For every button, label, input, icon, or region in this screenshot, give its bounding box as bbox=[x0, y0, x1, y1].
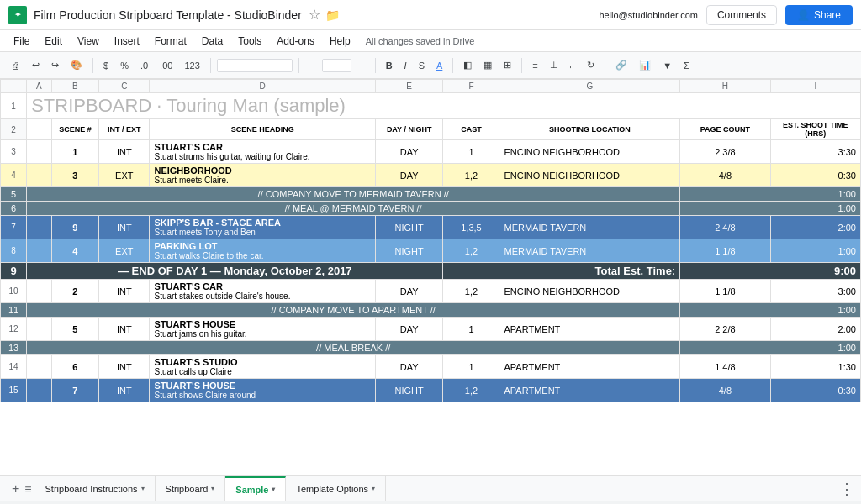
filter-btn[interactable]: ▼ bbox=[658, 59, 676, 72]
int-ext-cell: INT bbox=[99, 216, 150, 239]
align-btn[interactable]: ≡ bbox=[528, 59, 541, 72]
font-selector[interactable]: Open Sans bbox=[217, 59, 293, 72]
print-btn[interactable]: 🖨 bbox=[7, 59, 24, 72]
col-c[interactable]: C bbox=[99, 80, 150, 93]
location-cell: APARTMENT bbox=[499, 355, 680, 379]
menu-item-data[interactable]: Data bbox=[195, 34, 230, 49]
title-icons: ☆ 📁 bbox=[309, 7, 340, 23]
row-num-3: 3 bbox=[1, 140, 27, 164]
link-btn[interactable]: 🔗 bbox=[611, 58, 631, 72]
total-time: 9:00 bbox=[680, 263, 861, 280]
menu-item-view[interactable]: View bbox=[71, 34, 106, 49]
fill-color-btn[interactable]: ◧ bbox=[459, 58, 476, 72]
add-sheet-button[interactable]: + bbox=[7, 481, 24, 496]
cast-cell: 1 bbox=[443, 140, 499, 164]
strike-btn[interactable]: S bbox=[415, 59, 429, 72]
autosave-text: All changes saved in Drive bbox=[366, 36, 475, 46]
title-row: 1 STRIPBOARD · Touring Man (sample) bbox=[1, 93, 861, 119]
font-size-input[interactable]: 9 bbox=[322, 59, 351, 72]
location-cell: MERMAID TAVERN bbox=[499, 216, 680, 239]
chart-btn[interactable]: 📊 bbox=[635, 58, 655, 72]
menu-item-tools[interactable]: Tools bbox=[231, 34, 268, 49]
tab-arrow: ▾ bbox=[372, 485, 375, 492]
menu-item-format[interactable]: Format bbox=[148, 34, 193, 49]
sep1 bbox=[92, 58, 93, 73]
col-i[interactable]: I bbox=[770, 80, 860, 93]
merge-btn[interactable]: ⊞ bbox=[499, 58, 515, 72]
spreadsheet: A B C D E F G H I 1 STRIPBOARD · Touring… bbox=[0, 79, 861, 475]
formula-btn[interactable]: Σ bbox=[679, 59, 694, 72]
share-button[interactable]: 👤 Share bbox=[785, 5, 853, 25]
col-f[interactable]: F bbox=[443, 80, 499, 93]
day-night-cell: DAY bbox=[375, 280, 443, 303]
title-bar: ✦ Film Production Stripboard Template - … bbox=[0, 0, 861, 30]
dec-font-btn[interactable]: − bbox=[305, 59, 319, 72]
menu-item-help[interactable]: Help bbox=[323, 34, 357, 49]
est-time: 1:00 bbox=[680, 341, 861, 355]
sheets-list-icon[interactable]: ≡ bbox=[24, 482, 31, 496]
inc-btn[interactable]: .00 bbox=[156, 59, 177, 72]
title-cell: STRIPBOARD · Touring Man (sample) bbox=[27, 93, 861, 119]
col-e[interactable]: E bbox=[375, 80, 443, 93]
inc-font-btn[interactable]: + bbox=[355, 59, 368, 72]
valign-btn[interactable]: ⊥ bbox=[546, 58, 563, 72]
page-count-cell: 4/8 bbox=[680, 379, 770, 402]
col-d[interactable]: D bbox=[150, 80, 375, 93]
scene-heading-cell: STUART'S CARStuart stakes outside Claire… bbox=[150, 280, 375, 303]
rotate-btn[interactable]: ↻ bbox=[583, 58, 599, 72]
est-time-cell: 1:30 bbox=[770, 355, 860, 379]
menu-item-add-ons[interactable]: Add-ons bbox=[270, 34, 321, 49]
folder-icon[interactable]: 📁 bbox=[325, 8, 340, 22]
menu-item-file[interactable]: File bbox=[7, 34, 36, 49]
est-time-cell: 2:00 bbox=[770, 216, 860, 239]
int-ext-cell: INT bbox=[99, 140, 150, 164]
col-h[interactable]: H bbox=[680, 80, 770, 93]
menu-item-edit[interactable]: Edit bbox=[38, 34, 69, 49]
font-color-btn[interactable]: A bbox=[432, 59, 446, 72]
move-text: // COMPANY MOVE TO APARTMENT // bbox=[27, 303, 680, 318]
bold-btn[interactable]: B bbox=[382, 59, 397, 72]
cast-cell: 1,2 bbox=[443, 239, 499, 263]
wrap-btn[interactable]: ⌐ bbox=[566, 59, 579, 72]
col-g[interactable]: G bbox=[499, 80, 680, 93]
italic-btn[interactable]: I bbox=[400, 59, 411, 72]
sheet-tab-template-options[interactable]: Template Options▾ bbox=[286, 476, 386, 501]
share-icon: 👤 bbox=[797, 9, 810, 21]
col-a-cell bbox=[27, 164, 52, 187]
est-time-cell: 1:00 bbox=[770, 239, 860, 263]
sheet-tab-sample[interactable]: Sample▾ bbox=[225, 476, 286, 501]
day-end-text: — END OF DAY 1 — Monday, October 2, 2017 bbox=[27, 263, 443, 280]
sheet-tab-stripboard[interactable]: Stripboard▾ bbox=[156, 476, 226, 501]
int-ext-cell: INT bbox=[99, 280, 150, 303]
cast-cell: 1,2 bbox=[443, 164, 499, 187]
cast-cell: 1,3,5 bbox=[443, 216, 499, 239]
comments-button[interactable]: Comments bbox=[706, 5, 777, 25]
borders-btn[interactable]: ▦ bbox=[479, 58, 496, 72]
scene-heading-cell: STUART'S HOUSEStuart jams on his guitar. bbox=[150, 318, 375, 341]
dec-btn[interactable]: .0 bbox=[136, 59, 152, 72]
star-icon[interactable]: ☆ bbox=[309, 7, 320, 23]
undo-btn[interactable]: ↩ bbox=[28, 58, 44, 72]
est-time: 1:00 bbox=[680, 202, 861, 216]
currency-btn[interactable]: $ bbox=[99, 59, 113, 72]
percent-btn[interactable]: % bbox=[116, 59, 133, 72]
scene-heading-cell: SKIPP'S BAR - STAGE AREAStuart meets Ton… bbox=[150, 216, 375, 239]
menu-item-insert[interactable]: Insert bbox=[108, 34, 146, 49]
col-a-cell bbox=[27, 239, 52, 263]
location-cell: ENCINO NEIGHBORHOOD bbox=[499, 164, 680, 187]
corner-cell bbox=[1, 80, 27, 93]
sep6 bbox=[521, 58, 522, 73]
menu-bar: FileEditViewInsertFormatDataToolsAdd-ons… bbox=[0, 30, 861, 52]
h-scene-heading: SCENE HEADING bbox=[150, 119, 375, 140]
sheet-tab-stripboard-instructions[interactable]: Stripboard Instructions▾ bbox=[35, 476, 156, 501]
redo-btn[interactable]: ↪ bbox=[47, 58, 63, 72]
scene-num: 3 bbox=[51, 164, 98, 187]
col-a[interactable]: A bbox=[27, 80, 52, 93]
col-b[interactable]: B bbox=[51, 80, 98, 93]
tabs-container: + ≡ Stripboard Instructions▾Stripboard▾S… bbox=[7, 476, 386, 501]
int-ext-cell: EXT bbox=[99, 239, 150, 263]
table-row: 125INTSTUART'S HOUSEStuart jams on his g… bbox=[1, 318, 861, 341]
paint-btn[interactable]: 🎨 bbox=[66, 58, 87, 72]
row-num-11: 11 bbox=[1, 303, 27, 318]
123-btn[interactable]: 123 bbox=[180, 59, 203, 72]
